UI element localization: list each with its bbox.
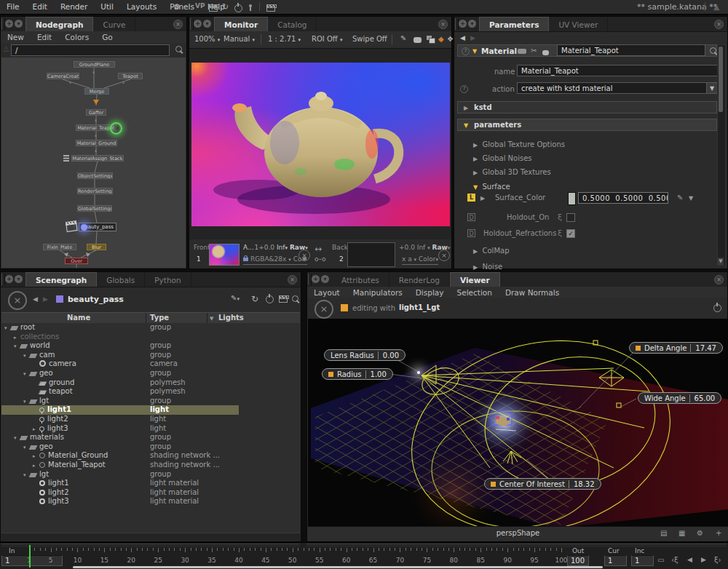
close-icon[interactable]: ×	[288, 275, 297, 284]
column-name[interactable]: Name	[67, 314, 90, 322]
parameters-section[interactable]: ▼ parameters	[457, 119, 717, 131]
column-divider[interactable]	[146, 313, 146, 323]
action-dropdown[interactable]: create with kstd material ▼	[517, 82, 718, 94]
local-badge[interactable]: L	[467, 194, 475, 202]
swap-icon[interactable]: ↔	[314, 244, 322, 254]
menu-item-display[interactable]: Display	[409, 287, 451, 297]
next-frame-icon[interactable]: ▶	[701, 556, 706, 563]
row-name[interactable]: light3	[48, 497, 69, 505]
back-arrow-icon[interactable]: ◀	[460, 34, 465, 41]
panel-menu-icon[interactable]: ▾	[203, 20, 211, 28]
tab-monitor[interactable]: Monitor	[214, 17, 268, 31]
expand-caret-icon[interactable]: ▼	[472, 48, 477, 55]
compare-icon[interactable]: ❖	[447, 35, 454, 43]
render-clapper-icon[interactable]	[266, 4, 275, 14]
row-name[interactable]: geo	[39, 369, 53, 377]
row-name[interactable]: ground	[49, 378, 74, 386]
node-search-input[interactable]: /	[11, 44, 170, 56]
panel-menu-icon[interactable]: ▾	[321, 275, 329, 283]
panel-split-icon[interactable]: +	[5, 275, 13, 283]
node-MaterialAssign_Stack[interactable]: MaterialAssign_Stack	[71, 155, 124, 162]
front-exposure[interactable]: A... 1+0.0 Inf▾ Raw▾	[243, 244, 308, 251]
comment-bubble-icon[interactable]	[542, 49, 549, 57]
scenegraph-row-light1[interactable]: light1light	[1, 405, 239, 415]
clear-selection-icon[interactable]: ×	[8, 291, 27, 310]
cur-field[interactable]: 1	[604, 555, 627, 566]
row-name[interactable]: light1	[48, 479, 69, 487]
clapper-icon[interactable]	[209, 4, 218, 14]
scenegraph-row-lgt[interactable]: ▾lgtgroup	[1, 470, 300, 480]
close-icon[interactable]: ×	[438, 20, 448, 29]
scenegraph-row-light2[interactable]: light2light	[1, 415, 300, 424]
panel-split-icon[interactable]: +	[5, 20, 13, 28]
tab-python[interactable]: Python	[145, 273, 191, 287]
node-Material_Ground[interactable]: Material_Ground	[76, 140, 117, 146]
scrollbar-track[interactable]: ▼	[717, 44, 726, 266]
search-icon[interactable]	[292, 295, 298, 303]
forward-arrow-icon[interactable]: ▶	[470, 34, 475, 41]
edit-flag-icon[interactable]	[110, 122, 122, 135]
tab-nodegraph[interactable]: Nodegraph	[25, 17, 93, 31]
row-name[interactable]: light2	[47, 415, 68, 423]
back-thumbnail[interactable]	[347, 242, 395, 267]
menu-item-layouts[interactable]: Layouts	[120, 0, 163, 11]
comment-icon[interactable]	[414, 36, 422, 44]
close-icon[interactable]: ×	[714, 275, 724, 284]
front-channels[interactable]: RGBA&28x ▾ Co✱	[243, 255, 307, 265]
lights-dropdown-icon[interactable]: ▼	[210, 316, 213, 322]
clapper-icon[interactable]	[279, 296, 288, 304]
next-key-icon[interactable]: ξ›	[714, 556, 721, 564]
back-arrow-icon[interactable]: ◀	[33, 295, 38, 303]
prev-frame-icon[interactable]: ◀	[687, 556, 692, 563]
viewport-3d[interactable]: Lens Radius0.00 Radius1.00 Delta Angle17…	[308, 319, 728, 528]
scroll-down-icon[interactable]: ▼	[718, 258, 724, 265]
colmap-group[interactable]: ▶ ColMap	[473, 247, 510, 255]
surface-group[interactable]: ▼ Surface	[473, 183, 510, 191]
forward-arrow-icon[interactable]: ▶	[43, 295, 48, 303]
row-name[interactable]: lgt	[39, 470, 49, 478]
panel-menu-icon[interactable]: ▾	[15, 20, 23, 28]
menu-item-go[interactable]: Go	[95, 31, 119, 41]
row-name[interactable]: light1	[47, 405, 71, 413]
pixel-probe-icon[interactable]: ✎	[400, 34, 406, 42]
zoom-select[interactable]: 100% ▾	[194, 35, 220, 43]
menu-item-layout[interactable]: Layout	[307, 287, 347, 297]
row-name[interactable]: cam	[39, 351, 55, 359]
render-image[interactable]	[191, 63, 450, 226]
menu-item-colors[interactable]: Colors	[58, 31, 95, 41]
node-Fixln_Plate[interactable]: Fixln_Plate	[43, 244, 76, 250]
state-pin-icon[interactable]: ξ	[558, 212, 562, 222]
warning-icon[interactable]: ▲	[713, 2, 719, 12]
pencil-icon[interactable]: ✎	[677, 194, 683, 202]
expanded-caret-icon[interactable]: ▼	[464, 122, 468, 129]
row-name[interactable]: root	[20, 323, 35, 331]
film-icon[interactable]: ▦	[678, 529, 685, 537]
row-name[interactable]: world	[30, 341, 50, 349]
pan-icon[interactable]: ◆	[438, 35, 444, 43]
refresh-icon[interactable]: ↻	[251, 294, 258, 304]
help-icon[interactable]: ?	[460, 85, 468, 93]
row-name[interactable]: collections	[20, 333, 59, 341]
holdout-on-checkbox[interactable]	[566, 213, 575, 222]
scenegraph-row-Material_Ground[interactable]: ▸Material_Groundshading network ...	[1, 451, 300, 461]
scenegraph-row-materials[interactable]: ▾materialsgroup	[1, 433, 300, 442]
dropdown-caret-icon[interactable]: ▼	[689, 195, 693, 202]
node-Over[interactable]: Over	[65, 258, 88, 264]
default-badge[interactable]: D	[467, 229, 475, 237]
dropdown-arrow-icon[interactable]: ▼	[706, 83, 717, 93]
tab-uv-viewer[interactable]: UV Viewer	[549, 17, 608, 31]
scenegraph-row-teapot[interactable]: teapotpolymesh	[1, 387, 300, 397]
scenegraph-row-root[interactable]: ▾rootgroup	[1, 323, 300, 333]
in-field[interactable]: 1	[1, 555, 63, 566]
state-pin-icon[interactable]: ξ	[558, 228, 562, 238]
panel-menu-icon[interactable]: ▾	[468, 20, 476, 28]
search-icon[interactable]	[175, 46, 182, 54]
person-icon[interactable]	[248, 4, 253, 13]
material-header[interactable]: ? ▼ Material ✂ Material_Teapot	[457, 44, 717, 57]
wide-angle-pill[interactable]: Wide Angle65.00	[638, 392, 721, 404]
power-icon[interactable]	[713, 304, 721, 314]
roi-select[interactable]: ROI Off ▾	[312, 35, 342, 43]
gear-icon[interactable]: ⚙	[173, 2, 181, 12]
row-name[interactable]: geo	[39, 442, 53, 450]
row-name[interactable]: light2	[48, 488, 69, 496]
